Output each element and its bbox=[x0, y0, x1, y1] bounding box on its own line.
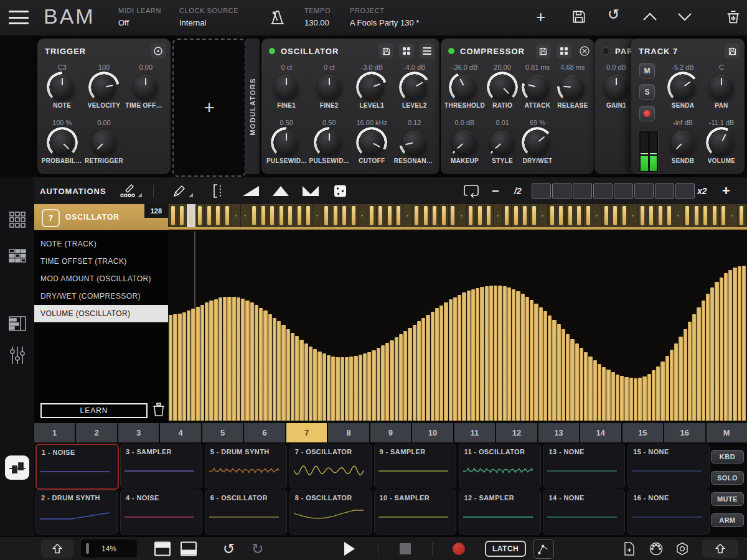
automation-bar[interactable] bbox=[543, 311, 547, 421]
automation-bar[interactable] bbox=[218, 297, 222, 421]
step-cell[interactable] bbox=[503, 204, 512, 227]
midi-learn-field[interactable]: MIDI LEARN Off bbox=[118, 7, 161, 27]
automation-bar[interactable] bbox=[263, 310, 267, 421]
automation-bar[interactable] bbox=[629, 378, 633, 421]
step-cell[interactable] bbox=[449, 204, 458, 227]
automation-bar[interactable] bbox=[552, 320, 556, 421]
step-cell[interactable] bbox=[584, 204, 593, 227]
track-pad-9[interactable]: 9 - SAMPLER bbox=[374, 444, 456, 488]
track-number-m[interactable]: M bbox=[707, 423, 747, 442]
zoom-range-bar[interactable] bbox=[532, 184, 696, 199]
knob-pulsewid-[interactable]: 0.50PULSEWID... bbox=[265, 119, 308, 174]
knob-dial[interactable] bbox=[359, 129, 385, 156]
chevron-up-icon[interactable] bbox=[642, 12, 657, 21]
mute-button[interactable]: M bbox=[639, 63, 655, 78]
track-pad-12[interactable]: 12 - SAMPLER bbox=[459, 490, 541, 534]
step-cell[interactable] bbox=[710, 204, 719, 227]
track-number-12[interactable]: 12 bbox=[496, 423, 537, 442]
automation-bar[interactable] bbox=[462, 292, 466, 421]
automation-record-toggle[interactable] bbox=[533, 539, 554, 559]
step-cell[interactable] bbox=[566, 204, 575, 227]
automation-bar[interactable] bbox=[359, 355, 362, 421]
automation-bar[interactable] bbox=[593, 360, 597, 421]
triangle-icon[interactable] bbox=[273, 186, 289, 196]
track-pad-7[interactable]: 7 - OSCILLATOR bbox=[289, 444, 372, 488]
side-button-arm[interactable]: ARM bbox=[711, 513, 744, 527]
automation-bar[interactable] bbox=[327, 355, 331, 421]
knob-dial[interactable] bbox=[402, 74, 428, 100]
automation-bar[interactable] bbox=[227, 297, 231, 421]
step-edit-pencil-icon[interactable] bbox=[120, 184, 136, 198]
track-number-14[interactable]: 14 bbox=[580, 423, 621, 442]
track-pad-5[interactable]: 5 - DRUM SYNTH bbox=[205, 444, 287, 488]
automation-bar[interactable] bbox=[377, 348, 380, 421]
step-cell[interactable] bbox=[467, 204, 476, 227]
step-cell[interactable] bbox=[494, 204, 502, 227]
automation-bar[interactable] bbox=[525, 297, 529, 421]
track-pad-14[interactable]: 14 - NONE bbox=[543, 490, 625, 534]
automation-bar[interactable] bbox=[449, 299, 453, 421]
automation-bar[interactable] bbox=[336, 357, 339, 421]
step-cell[interactable] bbox=[268, 204, 277, 227]
automation-bar[interactable] bbox=[241, 299, 245, 421]
knob-dial[interactable] bbox=[708, 74, 735, 100]
record-arm-button[interactable] bbox=[639, 106, 655, 121]
automation-bar[interactable] bbox=[624, 377, 628, 421]
side-button-mute[interactable]: MUTE bbox=[711, 492, 744, 506]
automation-param-item[interactable]: VOLUME (OSCILLATOR) bbox=[34, 305, 168, 322]
automation-bar[interactable] bbox=[530, 300, 533, 421]
automation-bar[interactable] bbox=[467, 291, 471, 421]
track-number-15[interactable]: 15 bbox=[622, 423, 663, 442]
step-cell[interactable] bbox=[232, 204, 241, 227]
undo-icon[interactable]: ↺ bbox=[223, 542, 235, 556]
modulators-tab[interactable]: MODULATORS bbox=[245, 39, 260, 174]
panel-trigger[interactable]: TRIGGER C3NOTE100VELOCITY0.00TIME OFFSET… bbox=[37, 39, 171, 174]
knob-dry-wet[interactable]: 69 %DRY/WET bbox=[520, 119, 555, 174]
track-number-11[interactable]: 11 bbox=[454, 423, 495, 442]
automation-view-icon-selected[interactable] bbox=[5, 455, 29, 480]
step-cell[interactable] bbox=[656, 204, 665, 227]
step-cell[interactable] bbox=[169, 204, 177, 227]
loop-icon[interactable] bbox=[463, 184, 479, 198]
knob-dial[interactable] bbox=[451, 129, 477, 156]
step-cell[interactable] bbox=[674, 204, 683, 227]
track-pad-10[interactable]: 10 - SAMPLER bbox=[374, 490, 456, 534]
zoom-segment[interactable] bbox=[532, 184, 551, 199]
step-cell[interactable] bbox=[638, 204, 647, 227]
automation-bar[interactable] bbox=[738, 266, 741, 421]
keyboard-panel-toggle[interactable] bbox=[41, 539, 73, 558]
zoom-segment[interactable] bbox=[655, 184, 674, 199]
zoom-segment[interactable] bbox=[634, 184, 654, 199]
track-number-16[interactable]: 16 bbox=[664, 423, 705, 442]
step-cell[interactable] bbox=[367, 204, 376, 227]
automation-bar[interactable] bbox=[313, 349, 317, 421]
automation-bar[interactable] bbox=[385, 343, 389, 421]
automation-param-item[interactable]: NOTE (TRACK) bbox=[34, 235, 168, 253]
settings-hexagon-icon[interactable] bbox=[675, 541, 690, 556]
step-cell[interactable] bbox=[575, 204, 584, 227]
knob-dial[interactable] bbox=[670, 129, 696, 156]
knob-dial[interactable] bbox=[489, 74, 515, 100]
knob-volume[interactable]: -11.1 dBVOLUME bbox=[702, 119, 741, 174]
track-pad-16[interactable]: 16 - NONE bbox=[627, 490, 710, 534]
automation-bar[interactable] bbox=[345, 357, 349, 421]
step-cell[interactable] bbox=[702, 204, 710, 227]
automation-bar[interactable] bbox=[223, 297, 227, 421]
step-cell[interactable] bbox=[647, 204, 656, 227]
knob-dial[interactable] bbox=[49, 129, 75, 156]
knob-dial[interactable] bbox=[273, 129, 299, 156]
step-cell[interactable] bbox=[341, 204, 349, 227]
automation-bar[interactable] bbox=[277, 321, 281, 421]
automation-bar[interactable] bbox=[444, 302, 448, 421]
knob-time-offset[interactable]: 0.00TIME OFFSET bbox=[125, 63, 167, 119]
automation-bar[interactable] bbox=[548, 315, 552, 421]
step-cell[interactable] bbox=[313, 204, 322, 227]
step-cell[interactable] bbox=[521, 204, 530, 227]
knob-dial[interactable] bbox=[603, 74, 629, 100]
menu-list-icon[interactable] bbox=[420, 44, 435, 58]
step-cell[interactable] bbox=[593, 204, 602, 227]
step-cell[interactable] bbox=[431, 204, 439, 227]
layout-bottom-icon[interactable] bbox=[181, 542, 197, 556]
automation-bar[interactable] bbox=[476, 288, 479, 421]
automation-bar[interactable] bbox=[702, 301, 705, 421]
